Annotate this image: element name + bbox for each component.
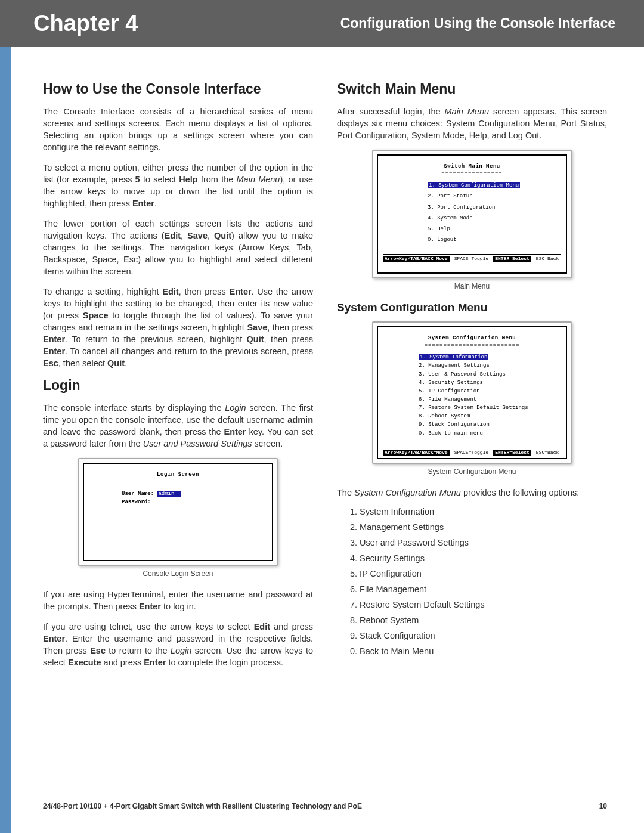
right-column: Switch Main Menu After successful login,… bbox=[337, 81, 607, 677]
page-number: 10 bbox=[599, 802, 607, 810]
term-main-title: Switch Main Menu bbox=[383, 163, 561, 170]
para-change-setting: To change a setting, highlight Edit, the… bbox=[43, 286, 313, 369]
term-main-items: 1. System Configuration Menu 2. Port Sta… bbox=[428, 182, 561, 243]
term-main-footer: ArrowKey/TAB/BACK=Move SPACE=Toggle ENTE… bbox=[383, 254, 561, 262]
list-item: 7. Restore System Default Settings bbox=[350, 600, 607, 609]
para-actions-keys: The lower portion of each settings scree… bbox=[43, 218, 313, 277]
para-sys-options: The System Configuration Menu provides t… bbox=[337, 487, 607, 498]
content-area: How to Use the Console Interface The Con… bbox=[0, 47, 644, 677]
term-sys-footer: ArrowKey/TAB/BACK=Move SPACE=Toggle ENTE… bbox=[383, 448, 561, 456]
term-sys-items: 1. System Information 2. Management Sett… bbox=[419, 354, 561, 436]
term-pass-label: Password: bbox=[122, 499, 151, 505]
list-item: 4. Security Settings bbox=[350, 553, 607, 563]
caption-login: Console Login Screen bbox=[43, 569, 313, 578]
chapter-header: Chapter 4 Configuration Using the Consol… bbox=[0, 0, 644, 47]
chapter-number: Chapter 4 bbox=[33, 11, 138, 36]
heading-sys-config: System Configuration Menu bbox=[337, 301, 607, 314]
para-login-intro: The console interface starts by displayi… bbox=[43, 402, 313, 450]
list-item: 9. Stack Configuration bbox=[350, 631, 607, 640]
page: Chapter 4 Configuration Using the Consol… bbox=[0, 0, 644, 833]
footer-product: 24/48-Port 10/100 + 4-Port Gigabit Smart… bbox=[43, 802, 362, 810]
heading-login: Login bbox=[43, 377, 313, 394]
chapter-subtitle: Configuration Using the Console Interfac… bbox=[340, 16, 615, 32]
para-hyperterminal: If you are using HyperTerminal, enter th… bbox=[43, 589, 313, 612]
term-user-label: User Name: bbox=[122, 491, 154, 497]
caption-main-menu: Main Menu bbox=[337, 282, 607, 290]
list-item: 3. User and Password Settings bbox=[350, 538, 607, 547]
para-select-option: To select a menu option, either press th… bbox=[43, 162, 313, 209]
para-telnet: If you are using telnet, use the arrow k… bbox=[43, 621, 313, 668]
list-item: 6. File Management bbox=[350, 584, 607, 594]
main-menu-screenshot: Switch Main Menu ================ 1. Sys… bbox=[372, 150, 572, 278]
list-item: 5. IP Configuration bbox=[350, 569, 607, 578]
list-item: 1. System Information bbox=[350, 507, 607, 516]
term-user-value: admin bbox=[157, 491, 181, 497]
list-item: 0. Back to Main Menu bbox=[350, 646, 607, 656]
para-intro: The Console Interface consists of a hier… bbox=[43, 106, 313, 153]
caption-sys-config: System Configuration Menu bbox=[337, 467, 607, 476]
heading-switch-main-menu: Switch Main Menu bbox=[337, 81, 607, 97]
sys-options-list: 1. System Information 2. Management Sett… bbox=[350, 507, 607, 656]
para-main-menu-intro: After successful login, the Main Menu sc… bbox=[337, 106, 607, 141]
login-screenshot: Login Screen ============ User Name: adm… bbox=[78, 458, 278, 566]
term-login-title: Login Screen bbox=[89, 471, 267, 478]
list-item: 8. Reboot System bbox=[350, 615, 607, 625]
sys-config-screenshot: System Configuration Menu ==============… bbox=[372, 321, 572, 464]
heading-how-to-use: How to Use the Console Interface bbox=[43, 81, 313, 97]
list-item: 2. Management Settings bbox=[350, 522, 607, 532]
page-footer: 24/48-Port 10/100 + 4-Port Gigabit Smart… bbox=[43, 802, 607, 810]
side-accent-bar bbox=[0, 0, 11, 833]
left-column: How to Use the Console Interface The Con… bbox=[43, 81, 313, 677]
term-sys-title: System Configuration Menu bbox=[383, 335, 561, 342]
